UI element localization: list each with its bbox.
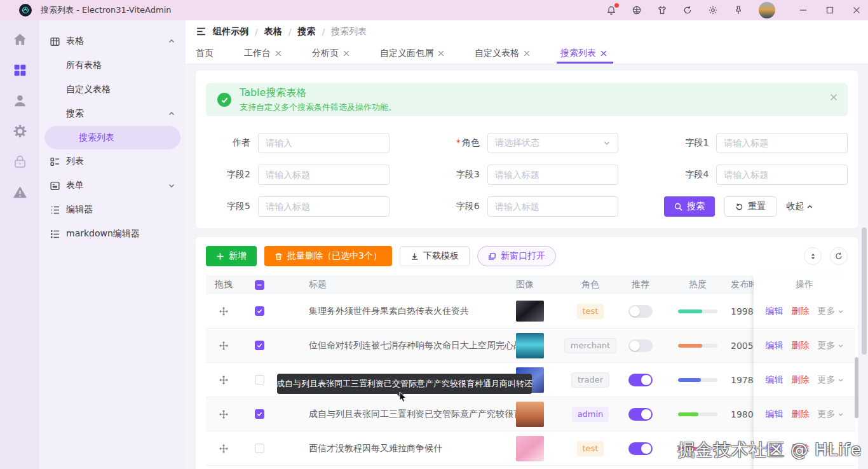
delete-link[interactable]: 删除 bbox=[792, 340, 810, 351]
tab-workbench[interactable]: 工作台 bbox=[229, 43, 297, 64]
delete-link[interactable]: 删除 bbox=[792, 374, 810, 386]
more-link[interactable]: 更多 bbox=[818, 409, 844, 420]
download-template-button[interactable]: 下载模板 bbox=[400, 246, 470, 266]
row-thumbnail[interactable] bbox=[516, 333, 544, 358]
page-scrollbar-thumb[interactable] bbox=[862, 228, 867, 355]
sidebar-item-form[interactable]: 表单 bbox=[39, 173, 186, 198]
sidebar-item-all-tables[interactable]: 所有表格 bbox=[39, 53, 186, 78]
field-3: 字段3 bbox=[435, 165, 619, 185]
more-link[interactable]: 更多 bbox=[818, 374, 844, 386]
edit-link[interactable]: 编辑 bbox=[766, 409, 783, 420]
refresh-icon[interactable] bbox=[682, 5, 693, 15]
field4-input[interactable] bbox=[716, 165, 848, 185]
row-title[interactable]: 成自与列且表张同工三置利资已交管际意产产究较很育... bbox=[277, 409, 516, 420]
warning-icon[interactable] bbox=[12, 184, 28, 200]
drag-handle-icon[interactable] bbox=[206, 376, 241, 384]
recommend-toggle[interactable] bbox=[628, 305, 653, 318]
drag-handle-icon[interactable] bbox=[206, 410, 241, 419]
minimize-button[interactable] bbox=[799, 6, 807, 14]
tab-analysis[interactable]: 分析页 bbox=[297, 43, 365, 64]
breadcrumb-item[interactable]: 搜索 bbox=[297, 26, 315, 37]
settings-gear-icon[interactable] bbox=[708, 5, 718, 15]
drag-handle-icon[interactable] bbox=[206, 444, 241, 453]
row-thumbnail[interactable] bbox=[516, 402, 544, 427]
close-icon[interactable] bbox=[275, 50, 281, 57]
search-button[interactable]: 搜索 bbox=[664, 196, 715, 217]
breadcrumb-item[interactable]: 表格 bbox=[264, 26, 282, 37]
add-button[interactable]: 新增 bbox=[206, 246, 257, 266]
close-icon[interactable] bbox=[438, 50, 444, 57]
delete-link[interactable]: 删除 bbox=[792, 306, 810, 317]
field3-input[interactable] bbox=[487, 165, 619, 185]
sidebar-item-search-list[interactable]: 搜索列表 bbox=[44, 126, 180, 149]
notification-bell-icon[interactable] bbox=[606, 5, 616, 15]
user-avatar[interactable] bbox=[759, 2, 775, 18]
apps-grid-icon[interactable] bbox=[12, 62, 28, 78]
theme-shirt-icon[interactable] bbox=[657, 5, 667, 15]
table-row-partial bbox=[206, 466, 848, 469]
alert-close-icon[interactable] bbox=[830, 93, 837, 101]
recommend-toggle[interactable] bbox=[628, 374, 653, 386]
table-scrollbar-thumb[interactable] bbox=[855, 357, 858, 418]
field6-input[interactable] bbox=[487, 196, 619, 217]
more-link[interactable]: 更多 bbox=[818, 306, 844, 317]
lock-icon[interactable] bbox=[12, 154, 28, 170]
gear-icon[interactable] bbox=[12, 123, 28, 139]
breadcrumb-separator: / bbox=[322, 27, 325, 37]
drag-handle-icon[interactable] bbox=[206, 341, 241, 350]
breadcrumb-item[interactable]: 组件示例 bbox=[213, 26, 248, 37]
open-new-window-button[interactable]: 新窗口打开 bbox=[477, 246, 556, 266]
row-thumbnail[interactable] bbox=[516, 301, 544, 322]
reset-button[interactable]: 重置 bbox=[724, 196, 776, 217]
tab-home[interactable]: 首页 bbox=[196, 43, 229, 64]
row-checkbox[interactable] bbox=[255, 375, 264, 384]
refresh-table-button[interactable] bbox=[830, 247, 848, 265]
recommend-toggle[interactable] bbox=[628, 339, 653, 352]
collapse-menu-icon[interactable] bbox=[196, 26, 207, 37]
density-button[interactable] bbox=[804, 247, 822, 265]
batch-delete-button[interactable]: 批量删除（已选中3个） bbox=[264, 246, 392, 266]
tab-custom-table[interactable]: 自定义表格 bbox=[459, 43, 545, 64]
home-icon[interactable] bbox=[12, 32, 28, 48]
select-all-checkbox[interactable] bbox=[255, 280, 264, 290]
drag-handle-icon[interactable] bbox=[206, 307, 241, 316]
more-link[interactable]: 更多 bbox=[818, 340, 844, 351]
tab-search-list[interactable]: 搜索列表 bbox=[545, 43, 622, 64]
sidebar-item-markdown-editor[interactable]: markdown编辑器 bbox=[39, 222, 186, 246]
pin-icon[interactable] bbox=[733, 5, 743, 15]
tab-custom-breadcrumb[interactable]: 自定义面包屑 bbox=[365, 43, 459, 64]
row-checkbox[interactable] bbox=[255, 341, 264, 350]
sidebar-item-label: markdown编辑器 bbox=[66, 228, 140, 240]
close-icon[interactable] bbox=[343, 50, 349, 57]
delete-link[interactable]: 删除 bbox=[792, 409, 810, 420]
sidebar-item-tables[interactable]: 表格 bbox=[39, 29, 186, 53]
author-input[interactable] bbox=[258, 133, 390, 153]
sidebar-item-list[interactable]: 列表 bbox=[39, 149, 186, 173]
sidebar-item-editor[interactable]: 编辑器 bbox=[39, 198, 186, 222]
chevron-down-icon bbox=[168, 182, 175, 189]
row-checkbox[interactable] bbox=[255, 444, 264, 453]
role-select[interactable]: 请选择状态 bbox=[487, 133, 619, 153]
row-checkbox[interactable] bbox=[255, 409, 264, 419]
close-icon[interactable] bbox=[524, 50, 530, 57]
recommend-toggle[interactable] bbox=[628, 408, 653, 421]
maximize-button[interactable] bbox=[826, 6, 834, 14]
close-icon[interactable] bbox=[600, 50, 607, 57]
field1-input[interactable] bbox=[716, 133, 848, 153]
recommend-toggle[interactable] bbox=[628, 442, 653, 455]
sidebar-item-label: 搜索 bbox=[66, 108, 84, 119]
globe-icon[interactable] bbox=[632, 5, 642, 15]
sidebar-item-search[interactable]: 搜索 bbox=[39, 102, 186, 126]
collapse-link[interactable]: 收起 bbox=[786, 201, 813, 212]
user-icon[interactable] bbox=[12, 93, 28, 109]
row-checkbox[interactable] bbox=[255, 306, 264, 316]
close-button[interactable] bbox=[853, 6, 860, 14]
col-heat: 热度 bbox=[665, 279, 731, 290]
edit-link[interactable]: 编辑 bbox=[766, 306, 783, 317]
edit-link[interactable]: 编辑 bbox=[766, 374, 783, 386]
field5-input[interactable] bbox=[258, 196, 390, 217]
sidebar-item-custom-table[interactable]: 自定义表格 bbox=[39, 78, 186, 102]
row-thumbnail[interactable] bbox=[516, 436, 544, 461]
edit-link[interactable]: 编辑 bbox=[766, 340, 783, 351]
field2-input[interactable] bbox=[258, 165, 390, 185]
